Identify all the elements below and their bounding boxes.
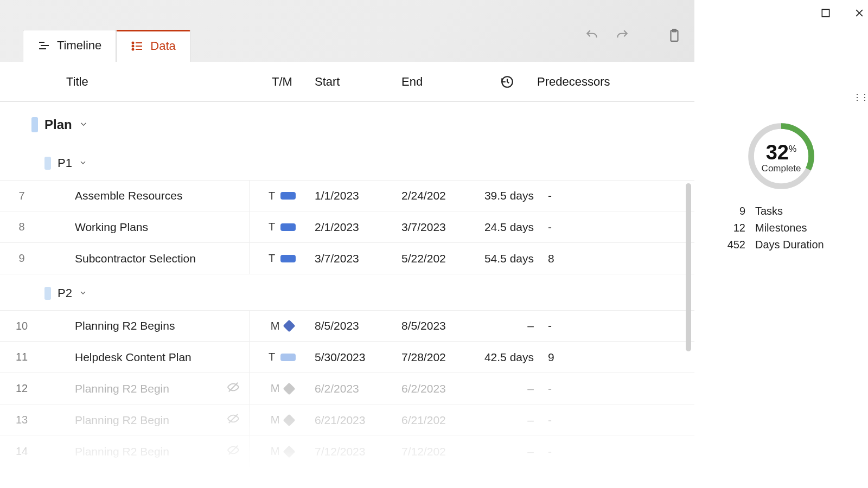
tab-data-label: Data <box>150 39 175 53</box>
row-start[interactable]: 6/2/2023 <box>315 382 401 395</box>
row-predecessors[interactable]: 9 <box>537 351 646 364</box>
row-start[interactable]: 3/7/2023 <box>315 252 401 265</box>
row-predecessors[interactable]: - <box>537 382 646 395</box>
row-tm[interactable]: M <box>250 382 315 395</box>
window-controls <box>820 8 865 21</box>
row-title[interactable]: Planning R2 Begins <box>43 311 250 341</box>
topbar: Timeline Data <box>0 0 694 62</box>
table-row[interactable]: 13Planning R2 BeginM6/21/20236/21/202–- <box>0 404 694 436</box>
stat-duration: 452 Days Duration <box>724 239 824 251</box>
row-tm[interactable]: M <box>250 445 315 458</box>
row-predecessors[interactable]: 8 <box>537 252 646 265</box>
group-p1[interactable]: P1 <box>0 144 694 180</box>
clipboard-button[interactable] <box>667 28 681 44</box>
row-duration[interactable]: 54.5 days <box>477 252 537 265</box>
stat-milestones: 12 Milestones <box>724 222 824 234</box>
task-pill-icon <box>280 354 296 361</box>
row-tm[interactable]: M <box>250 320 315 332</box>
undo-button[interactable] <box>585 28 599 44</box>
table-row[interactable]: 9Subcontractor SelectionT3/7/20235/22/20… <box>0 243 694 274</box>
group-p1-label: P1 <box>58 156 72 170</box>
progress-percent: 32 <box>766 141 789 164</box>
row-tm[interactable]: T <box>250 351 315 363</box>
row-duration[interactable]: 24.5 days <box>477 221 537 234</box>
row-tm[interactable]: T <box>250 190 315 202</box>
row-duration[interactable]: 42.5 days <box>477 351 537 364</box>
row-end[interactable]: 3/7/2023 <box>401 221 477 234</box>
hidden-icon <box>227 444 239 459</box>
row-duration[interactable]: – <box>477 382 537 395</box>
row-number: 7 <box>0 190 43 202</box>
data-area: Plan P1 7Assemble ResourcesT1/1/20232/24… <box>0 102 694 488</box>
row-start[interactable]: 7/12/2023 <box>315 445 401 458</box>
redo-button[interactable] <box>615 28 629 44</box>
row-end[interactable]: 5/22/202 <box>401 252 477 265</box>
table-row[interactable]: 11Helpdesk Content PlanT5/30/20237/28/20… <box>0 342 694 373</box>
timeline-icon <box>37 39 50 52</box>
row-duration[interactable]: – <box>477 319 537 332</box>
group-p2[interactable]: P2 <box>0 274 694 310</box>
tab-timeline-label: Timeline <box>57 38 101 53</box>
scrollbar[interactable] <box>686 183 691 351</box>
row-title[interactable]: Working Plans <box>43 211 250 242</box>
group-swatch <box>44 287 51 300</box>
row-predecessors[interactable]: - <box>537 221 646 234</box>
row-duration[interactable]: 39.5 days <box>477 189 537 202</box>
close-button[interactable] <box>854 8 865 21</box>
maximize-button[interactable] <box>820 8 831 21</box>
svg-point-7 <box>132 49 134 50</box>
table-row[interactable]: 14Planning R2 BeginM7/12/20237/12/202–- <box>0 436 694 467</box>
row-title[interactable]: Assemble Resources <box>43 181 250 211</box>
tab-data[interactable]: Data <box>116 30 190 62</box>
row-start[interactable]: 6/21/2023 <box>315 414 401 427</box>
row-number: 8 <box>0 221 43 233</box>
stat-tasks: 9 Tasks <box>724 205 824 217</box>
stat-tasks-n: 9 <box>724 205 745 217</box>
stat-milestones-n: 12 <box>724 222 745 234</box>
row-duration[interactable]: – <box>477 445 537 458</box>
col-title[interactable]: Title <box>0 75 250 89</box>
progress-complete-label: Complete <box>762 163 801 174</box>
table-row[interactable]: 12Planning R2 BeginM6/2/20236/2/2023–- <box>0 373 694 404</box>
expand-handle-icon[interactable]: ⋮⋮ <box>853 92 868 102</box>
row-end[interactable]: 6/2/2023 <box>401 382 477 395</box>
tab-timeline[interactable]: Timeline <box>23 30 116 62</box>
row-title[interactable]: Planning R2 Begin <box>43 404 250 435</box>
row-end[interactable]: 7/12/202 <box>401 445 477 458</box>
row-title[interactable]: Planning R2 Begin <box>43 373 250 404</box>
row-predecessors[interactable]: - <box>537 445 646 458</box>
col-start[interactable]: Start <box>315 75 401 89</box>
row-tm[interactable]: M <box>250 414 315 426</box>
row-end[interactable]: 7/28/202 <box>401 351 477 364</box>
row-number: 13 <box>0 414 43 426</box>
row-tm[interactable]: T <box>250 252 315 265</box>
table-row[interactable]: 10Planning R2 BeginsM8/5/20238/5/2023–- <box>0 310 694 342</box>
table-row[interactable]: 8Working PlansT2/1/20233/7/202324.5 days… <box>0 211 694 243</box>
row-end[interactable]: 2/24/202 <box>401 189 477 202</box>
row-end[interactable]: 6/21/202 <box>401 414 477 427</box>
row-start[interactable]: 1/1/2023 <box>315 189 401 202</box>
col-tm[interactable]: T/M <box>250 75 315 89</box>
stat-duration-n: 452 <box>724 239 745 251</box>
table-row[interactable]: 7Assemble ResourcesT1/1/20232/24/20239.5… <box>0 180 694 211</box>
row-predecessors[interactable]: - <box>537 319 646 332</box>
group-plan[interactable]: Plan <box>0 102 694 144</box>
col-end[interactable]: End <box>401 75 477 89</box>
row-predecessors[interactable]: - <box>537 414 646 427</box>
row-end[interactable]: 8/5/2023 <box>401 319 477 332</box>
row-start[interactable]: 2/1/2023 <box>315 221 401 234</box>
summary-stats: 9 Tasks 12 Milestones 452 Days Duration <box>724 205 824 255</box>
row-title[interactable]: Helpdesk Content Plan <box>43 342 250 373</box>
col-predecessors[interactable]: Predecessors <box>537 75 646 89</box>
row-title[interactable]: Planning R2 Begin <box>43 436 250 467</box>
table-header: Title T/M Start End Predecessors <box>0 62 694 102</box>
row-duration[interactable]: – <box>477 414 537 427</box>
row-number: 10 <box>0 320 43 332</box>
col-history-icon[interactable] <box>477 75 537 89</box>
milestone-diamond-icon <box>283 320 296 332</box>
row-tm[interactable]: T <box>250 221 315 233</box>
row-predecessors[interactable]: - <box>537 189 646 202</box>
row-start[interactable]: 5/30/2023 <box>315 351 401 364</box>
row-title[interactable]: Subcontractor Selection <box>43 243 250 274</box>
row-start[interactable]: 8/5/2023 <box>315 319 401 332</box>
